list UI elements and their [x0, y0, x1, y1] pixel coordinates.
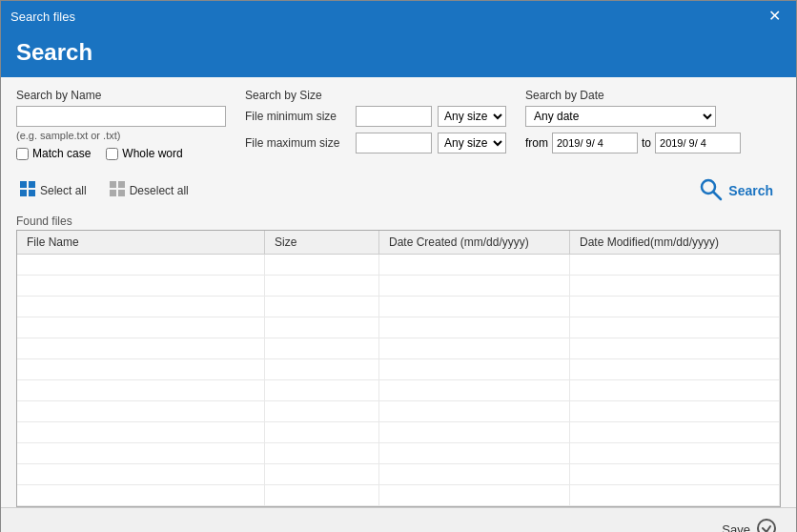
deselect-all-icon [110, 181, 125, 199]
search-by-date-section: Search by Date Any date Today This week … [525, 89, 754, 153]
min-size-row: File minimum size Any size KB MB GB [245, 106, 506, 127]
cell [570, 485, 780, 505]
select-all-label: Select all [40, 184, 87, 197]
table-row[interactable] [17, 401, 780, 422]
table-row[interactable] [17, 255, 780, 276]
table-row[interactable] [17, 297, 780, 317]
content-area: Search by Name (e.g. sample.txt or .txt)… [1, 77, 796, 507]
close-button[interactable]: ✕ [763, 7, 787, 26]
cell [265, 297, 379, 317]
cell [17, 317, 265, 338]
save-icon [756, 518, 777, 532]
cell [265, 276, 379, 296]
min-size-label: File minimum size [245, 110, 350, 123]
whole-word-checkbox[interactable]: Whole word [106, 147, 182, 160]
save-label: Save [722, 522, 750, 532]
min-size-select[interactable]: Any size KB MB GB [438, 106, 506, 127]
cell [379, 401, 570, 421]
table-row[interactable] [17, 359, 780, 380]
svg-rect-5 [118, 181, 125, 188]
cell [379, 276, 570, 296]
select-buttons-group: Select all Deselect all [16, 179, 193, 201]
table-row[interactable] [17, 422, 780, 443]
col-size: Size [265, 231, 379, 254]
deselect-all-label: Deselect all [130, 184, 189, 197]
table-row[interactable] [17, 338, 780, 359]
cell [265, 317, 379, 338]
cell [17, 359, 265, 379]
from-date-input[interactable] [552, 133, 638, 153]
whole-word-input[interactable] [106, 148, 118, 160]
cell [379, 297, 570, 317]
cell [17, 401, 265, 421]
cell [379, 359, 570, 379]
date-dropdown[interactable]: Any date Today This week This month This… [525, 106, 716, 127]
cell [265, 255, 379, 275]
to-date-input[interactable] [655, 133, 741, 153]
cell [17, 485, 265, 505]
header-section: Search [1, 31, 796, 77]
cell [570, 338, 780, 358]
svg-point-10 [758, 520, 775, 532]
table-row[interactable] [17, 464, 780, 485]
search-name-input[interactable] [16, 106, 226, 127]
to-label: to [642, 136, 651, 150]
title-bar: Search files ✕ [1, 1, 796, 31]
cell [379, 464, 570, 484]
title-bar-text: Search files [10, 10, 75, 24]
cell [379, 443, 570, 463]
cell [570, 422, 780, 442]
deselect-all-button[interactable]: Deselect all [106, 179, 193, 201]
cell [570, 443, 780, 463]
cell [17, 380, 265, 400]
table-header: File Name Size Date Created (mm/dd/yyyy)… [17, 231, 780, 255]
cell [379, 338, 570, 358]
cell [265, 401, 379, 421]
cell [379, 422, 570, 442]
table-body [17, 255, 780, 506]
cell [265, 464, 379, 484]
save-button[interactable]: Save [714, 514, 785, 532]
svg-rect-0 [20, 181, 27, 188]
cell [379, 485, 570, 505]
min-size-input[interactable] [356, 106, 432, 127]
bottom-bar: Save [1, 507, 796, 532]
cell [265, 359, 379, 379]
cell [265, 380, 379, 400]
from-label: from [525, 136, 548, 150]
table-row[interactable] [17, 317, 780, 338]
search-button[interactable]: Search [689, 172, 781, 209]
cell [17, 255, 265, 275]
cell [265, 485, 379, 505]
select-all-button[interactable]: Select all [16, 179, 91, 201]
match-case-checkbox[interactable]: Match case [16, 147, 91, 160]
search-by-name-label: Search by Name [16, 89, 226, 102]
cell [570, 297, 780, 317]
cell [265, 422, 379, 442]
max-size-input[interactable] [356, 133, 432, 153]
cell [17, 443, 265, 463]
cell [570, 276, 780, 296]
table-row[interactable] [17, 485, 780, 506]
cell [570, 255, 780, 275]
svg-rect-6 [110, 190, 116, 196]
table-row[interactable] [17, 443, 780, 464]
max-size-select[interactable]: Any size KB MB GB [438, 133, 506, 153]
search-by-date-label: Search by Date [525, 89, 754, 102]
search-by-size-section: Search by Size File minimum size Any siz… [245, 89, 506, 159]
table-row[interactable] [17, 276, 780, 297]
cell [570, 401, 780, 421]
match-case-label: Match case [32, 147, 91, 160]
cell [17, 464, 265, 484]
cell [17, 297, 265, 317]
select-all-icon [20, 181, 35, 199]
cell [379, 255, 570, 275]
cell [17, 422, 265, 442]
svg-rect-7 [118, 190, 125, 196]
cell [570, 359, 780, 379]
match-case-input[interactable] [16, 148, 29, 160]
col-date-created: Date Created (mm/dd/yyyy) [379, 231, 570, 254]
search-by-name-section: Search by Name (e.g. sample.txt or .txt)… [16, 89, 226, 160]
cell [570, 380, 780, 400]
table-row[interactable] [17, 380, 780, 401]
